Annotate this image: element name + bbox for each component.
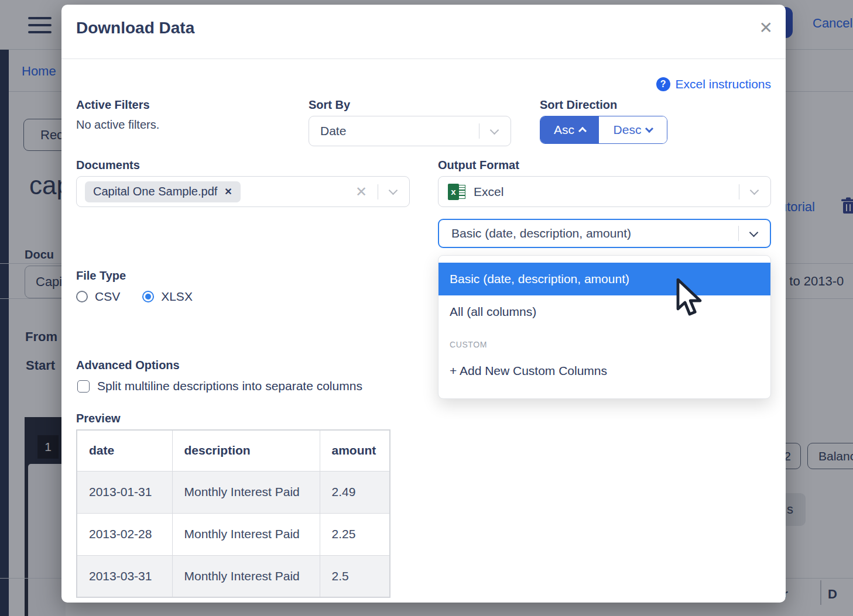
radio-xlsx[interactable]: [142, 291, 154, 302]
download-data-modal: Download Data ✕ ? Excel instructions Act…: [61, 5, 786, 603]
file-type-options: CSV XLSX: [76, 290, 193, 304]
documents-multiselect[interactable]: Capital One Sample.pdf ✕ ✕: [76, 176, 410, 207]
cell-description: Monthly Interest Paid: [172, 555, 320, 597]
cell-amount: 2.5: [320, 555, 390, 597]
sort-asc-button[interactable]: Asc: [540, 116, 599, 143]
table-row: 2013-02-28 Monthly Interest Paid 2.25: [77, 513, 390, 555]
sort-by-select[interactable]: Date: [309, 116, 511, 146]
document-chip: Capital One Sample.pdf ✕: [85, 181, 241, 202]
sort-by-label: Sort By: [309, 98, 350, 112]
help-icon: ?: [656, 77, 670, 91]
preview-label: Preview: [76, 412, 121, 425]
modal-header-divider: [61, 58, 786, 59]
table-row: 2013-01-31 Monthly Interest Paid 2.49: [77, 471, 390, 513]
add-custom-columns-option[interactable]: + Add New Custom Columns: [450, 364, 607, 378]
column-header-amount: amount: [320, 430, 390, 471]
dropdown-option-all[interactable]: All (all columns): [450, 305, 536, 319]
select-controls: [739, 177, 770, 207]
excel-icon: x: [448, 184, 465, 200]
document-chip-label: Capital One Sample.pdf: [93, 185, 217, 198]
asc-label: Asc: [554, 123, 574, 137]
desc-label: Desc: [614, 123, 642, 137]
radio-xlsx-label: XLSX: [161, 290, 193, 304]
table-row: 2013-03-31 Monthly Interest Paid 2.5: [77, 555, 390, 597]
cell-date: 2013-02-28: [77, 513, 172, 555]
sort-by-value: Date: [320, 124, 346, 138]
sort-desc-button[interactable]: Desc: [599, 116, 667, 143]
close-icon[interactable]: ✕: [759, 20, 773, 36]
active-filters-value: No active filters.: [76, 118, 159, 132]
documents-label: Documents: [76, 159, 140, 172]
split-multiline-checkbox[interactable]: [77, 380, 90, 393]
output-format-value: Excel: [474, 185, 503, 199]
output-format-select[interactable]: x Excel: [438, 176, 771, 207]
sort-direction-label: Sort Direction: [540, 98, 617, 112]
excel-instructions-label: Excel instructions: [676, 77, 771, 91]
chevron-down-icon[interactable]: [389, 186, 398, 195]
cell-date: 2013-03-31: [77, 555, 172, 597]
file-type-label: File Type: [76, 269, 126, 283]
radio-csv[interactable]: [76, 291, 88, 302]
chevron-down-icon[interactable]: [749, 228, 759, 237]
cell-description: Monthly Interest Paid: [172, 513, 320, 555]
select-controls: [479, 116, 511, 146]
select-controls: [738, 220, 770, 247]
dropdown-option-basic[interactable]: Basic (date, description, amount): [439, 263, 770, 295]
clear-icon[interactable]: ✕: [355, 184, 367, 200]
cell-description: Monthly Interest Paid: [172, 471, 320, 513]
column-header-date: date: [77, 430, 172, 471]
chip-remove-icon[interactable]: ✕: [224, 186, 232, 197]
columns-select[interactable]: Basic (date, description, amount): [438, 219, 771, 248]
preview-table: date description amount 2013-01-31 Month…: [76, 429, 390, 598]
preview-header-row: date description amount: [77, 430, 390, 471]
cell-amount: 2.25: [320, 513, 390, 555]
columns-select-value: Basic (date, description, amount): [451, 226, 631, 240]
output-format-label: Output Format: [438, 159, 519, 172]
select-controls: ✕: [355, 177, 409, 207]
chevron-down-icon[interactable]: [490, 125, 499, 135]
radio-csv-label: CSV: [95, 290, 120, 304]
sort-direction-toggle: Asc Desc: [540, 116, 667, 144]
modal-title: Download Data: [76, 19, 194, 37]
columns-dropdown-menu: Basic (date, description, amount) All (a…: [438, 255, 771, 399]
chevron-down-icon: [645, 125, 653, 133]
chevron-up-icon: [578, 127, 587, 135]
cell-amount: 2.49: [320, 471, 390, 513]
screen: Cancel Home Rec cap Docu Capi From Start…: [0, 0, 853, 616]
cell-date: 2013-01-31: [77, 471, 172, 513]
advanced-options-label: Advanced Options: [76, 359, 180, 372]
split-multiline-option: Split multiline descriptions into separa…: [77, 379, 362, 393]
split-multiline-label: Split multiline descriptions into separa…: [97, 379, 362, 393]
chevron-down-icon[interactable]: [750, 186, 759, 195]
active-filters-label: Active Filters: [76, 98, 150, 112]
column-header-description: description: [172, 430, 320, 471]
excel-instructions-link[interactable]: ? Excel instructions: [656, 77, 771, 91]
dropdown-group-label: CUSTOM: [450, 340, 487, 349]
